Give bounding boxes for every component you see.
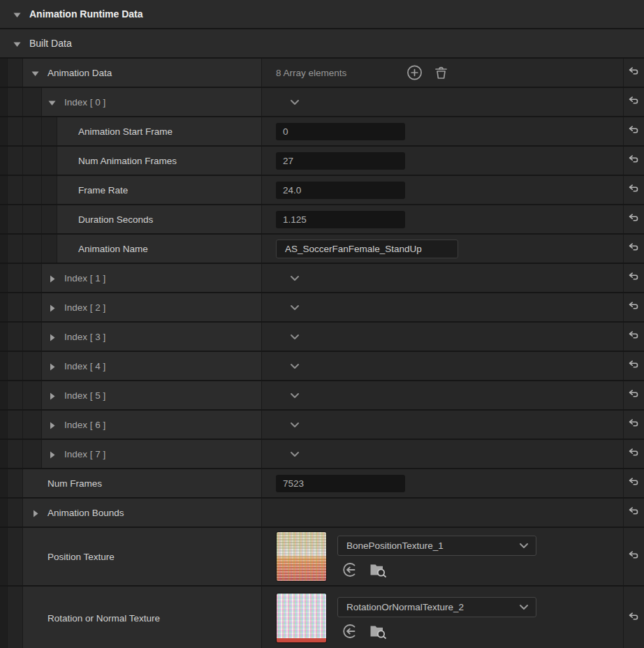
array-index-label: Index [ 2 ] <box>64 302 105 313</box>
use-selected-asset-icon[interactable] <box>342 624 358 639</box>
chevron-down-icon[interactable] <box>290 451 300 457</box>
row-num-frames: Num Frames <box>0 469 644 499</box>
indent-gutter <box>8 411 23 439</box>
category-animation-runtime-data[interactable]: Animation Runtime Data <box>0 0 644 29</box>
indent-gutter <box>0 440 8 468</box>
rotation-texture-thumbnail[interactable] <box>276 593 327 643</box>
array-index-name-cell[interactable]: Index [ 4 ] <box>42 352 262 380</box>
delete-elements-icon[interactable] <box>434 65 448 81</box>
use-selected-asset-icon[interactable] <box>342 562 358 577</box>
property-label: Num Frames <box>47 478 102 489</box>
browse-to-asset-icon[interactable] <box>369 562 387 577</box>
array-index-name-cell[interactable]: Index [ 5 ] <box>42 381 262 409</box>
indent-gutter <box>23 411 42 439</box>
reset-to-default-icon[interactable] <box>628 477 640 490</box>
property-label: Frame Rate <box>78 185 128 196</box>
property-value-cell <box>262 117 624 145</box>
property-value-cell <box>262 499 624 526</box>
reset-cell <box>624 411 644 439</box>
expander-right-icon[interactable] <box>48 362 56 370</box>
property-label: Animation Bounds <box>47 508 124 518</box>
details-panel: Animation Runtime Data Built Data Animat… <box>0 0 644 648</box>
reset-cell <box>624 381 644 409</box>
expander-right-icon[interactable] <box>31 509 39 517</box>
chevron-down-icon[interactable] <box>290 99 300 105</box>
indent-gutter <box>0 59 8 87</box>
row-index-5: Index [ 5 ] <box>0 381 644 411</box>
array-index-label: Index [ 4 ] <box>64 361 105 371</box>
struct-value-cell <box>262 293 624 321</box>
reset-to-default-icon[interactable] <box>628 389 640 402</box>
reset-to-default-icon[interactable] <box>628 550 640 564</box>
expander-down-icon[interactable] <box>31 69 39 77</box>
expander-down-icon[interactable] <box>13 10 21 18</box>
duration-seconds-field[interactable] <box>276 211 405 228</box>
add-element-icon[interactable] <box>407 65 423 81</box>
chevron-down-icon[interactable] <box>290 275 300 281</box>
reset-to-default-icon[interactable] <box>628 418 640 432</box>
indent-gutter <box>0 293 8 321</box>
category-title: Built Data <box>29 38 72 49</box>
chevron-down-icon[interactable] <box>290 392 300 399</box>
reset-to-default-icon[interactable] <box>628 125 640 138</box>
property-label: Rotation or Normal Texture <box>47 613 160 624</box>
position-texture-thumbnail[interactable] <box>276 531 327 582</box>
reset-to-default-icon[interactable] <box>628 360 640 373</box>
indent-gutter <box>23 205 42 233</box>
reset-to-default-icon[interactable] <box>628 96 640 109</box>
expander-right-icon[interactable] <box>48 274 56 282</box>
array-index-name-cell[interactable]: Index [ 7 ] <box>42 440 262 468</box>
category-built-data[interactable]: Built Data <box>0 29 644 59</box>
expander-right-icon[interactable] <box>48 392 56 399</box>
chevron-down-icon[interactable] <box>290 422 300 428</box>
chevron-down-icon[interactable] <box>290 363 300 369</box>
array-index-name-cell[interactable]: Index [ 0 ] <box>42 88 262 116</box>
reset-to-default-icon[interactable] <box>628 330 640 344</box>
expander-right-icon[interactable] <box>48 333 56 341</box>
row-animation-bounds: Animation Bounds <box>0 499 644 528</box>
reset-to-default-icon[interactable] <box>628 242 640 256</box>
indent-gutter <box>0 411 8 439</box>
array-index-name-cell[interactable]: Index [ 2 ] <box>42 293 262 321</box>
category-title: Animation Runtime Data <box>29 8 143 20</box>
reset-to-default-icon[interactable] <box>628 66 640 80</box>
property-name-cell: Duration Seconds <box>57 205 262 233</box>
reset-to-default-icon[interactable] <box>628 154 640 168</box>
reset-to-default-icon[interactable] <box>628 213 640 226</box>
num-frames-field[interactable] <box>276 475 405 492</box>
chevron-down-icon[interactable] <box>290 304 300 311</box>
expander-down-icon[interactable] <box>48 98 56 106</box>
reset-cell <box>624 88 644 116</box>
expander-right-icon[interactable] <box>48 450 56 458</box>
browse-to-asset-icon[interactable] <box>369 624 387 639</box>
indent-gutter <box>0 235 8 263</box>
animation-name-field[interactable] <box>276 240 458 258</box>
array-index-label: Index [ 6 ] <box>64 420 105 430</box>
reset-to-default-icon[interactable] <box>628 612 640 625</box>
indent-gutter <box>23 293 42 321</box>
num-animation-frames-field[interactable] <box>276 152 405 170</box>
array-index-name-cell[interactable]: Index [ 6 ] <box>42 411 262 439</box>
reset-to-default-icon[interactable] <box>628 448 640 461</box>
frame-rate-field[interactable] <box>276 182 405 199</box>
row-index-4: Index [ 4 ] <box>0 352 644 381</box>
reset-to-default-icon[interactable] <box>628 506 640 520</box>
reset-to-default-icon[interactable] <box>628 184 640 197</box>
indent-gutter <box>8 381 23 409</box>
row-frame-rate: Frame Rate <box>0 176 644 205</box>
array-index-name-cell[interactable]: Index [ 1 ] <box>42 264 262 292</box>
expander-down-icon[interactable] <box>13 40 21 47</box>
property-name-cell[interactable]: Animation Bounds <box>23 499 262 526</box>
rotation-texture-asset-picker[interactable]: RotationOrNormalTexture_2 <box>337 597 536 617</box>
position-texture-asset-picker[interactable]: BonePositionTexture_1 <box>337 536 536 556</box>
array-index-label: Index [ 1 ] <box>64 273 105 284</box>
array-index-label: Index [ 5 ] <box>64 390 105 401</box>
reset-to-default-icon[interactable] <box>628 272 640 285</box>
expander-right-icon[interactable] <box>48 304 56 311</box>
expander-right-icon[interactable] <box>48 421 56 429</box>
chevron-down-icon[interactable] <box>290 334 300 340</box>
animation-start-frame-field[interactable] <box>276 123 405 140</box>
property-name-cell[interactable]: Animation Data <box>23 59 262 87</box>
reset-to-default-icon[interactable] <box>628 301 640 314</box>
array-index-name-cell[interactable]: Index [ 3 ] <box>42 323 262 351</box>
